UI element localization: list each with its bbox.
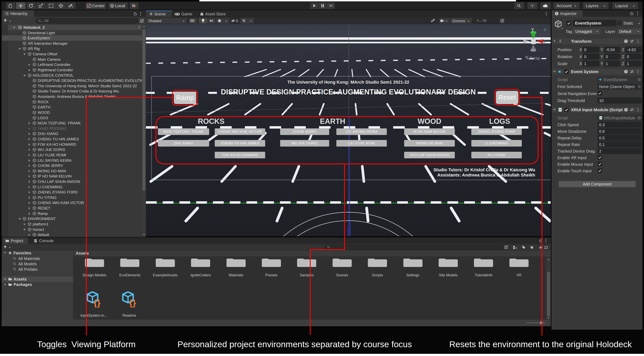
svg-text:Y: Y xyxy=(244,21,246,23)
svg-text:Persp: Persp xyxy=(530,56,540,60)
svg-text:{}: {} xyxy=(129,298,136,307)
svg-text:x: x xyxy=(544,40,546,44)
svg-text:y: y xyxy=(532,26,534,31)
svg-text:{}: {} xyxy=(94,298,100,307)
